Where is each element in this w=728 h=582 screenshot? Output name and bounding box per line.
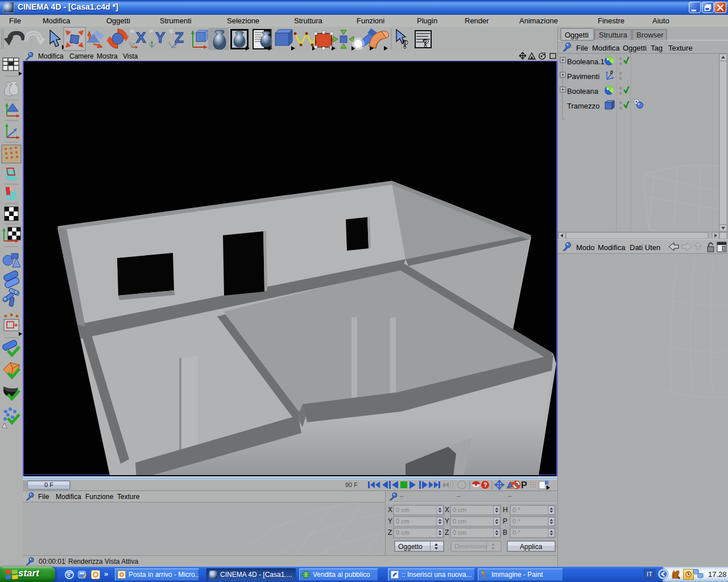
svg-text:--: -- xyxy=(508,493,512,499)
svg-text:Booleana.1: Booleana.1 xyxy=(567,57,605,66)
svg-text:H: H xyxy=(130,28,134,34)
svg-text:?: ? xyxy=(402,37,408,51)
svg-text:Y: Y xyxy=(155,29,165,46)
svg-text:Struttura: Struttura xyxy=(599,31,628,39)
svg-text:0 °: 0 ° xyxy=(512,506,520,513)
svg-text:?: ? xyxy=(483,481,487,488)
svg-text:Y: Y xyxy=(445,517,449,525)
svg-text:Applica: Applica xyxy=(520,543,543,551)
svg-text:Texture: Texture xyxy=(668,44,693,52)
svg-text:90 F: 90 F xyxy=(345,481,358,488)
svg-text:Oggetti: Oggetti xyxy=(565,31,589,39)
svg-text:0 F: 0 F xyxy=(44,481,53,488)
svg-text:Dati Uten: Dati Uten xyxy=(630,243,660,252)
svg-text:--: -- xyxy=(400,493,404,499)
svg-text:?: ? xyxy=(423,36,429,50)
svg-text:Z: Z xyxy=(388,529,392,537)
svg-text:H: H xyxy=(503,506,508,514)
svg-text:P: P xyxy=(521,480,527,490)
svg-text:Oggetti: Oggetti xyxy=(623,44,647,52)
svg-text:0 cm: 0 cm xyxy=(396,518,410,525)
svg-text:Dimensione: Dimensione xyxy=(454,543,487,550)
svg-text:File: File xyxy=(576,44,588,52)
svg-text:Booleana: Booleana xyxy=(567,87,599,95)
svg-text:0 cm: 0 cm xyxy=(453,529,466,536)
svg-text:Modo: Modo xyxy=(576,243,595,252)
svg-text:e: e xyxy=(67,571,71,578)
svg-text:X: X xyxy=(388,506,392,514)
svg-text:0 cm: 0 cm xyxy=(453,518,466,525)
svg-text:X: X xyxy=(445,506,449,514)
svg-text:0: 0 xyxy=(610,69,613,75)
svg-text:Browser: Browser xyxy=(636,31,664,39)
svg-text:B: B xyxy=(503,529,507,537)
svg-text:Oggetto: Oggetto xyxy=(398,543,423,551)
svg-text:Tramezzo: Tramezzo xyxy=(567,102,599,110)
svg-text:--: -- xyxy=(457,493,461,499)
svg-text:X: X xyxy=(136,29,146,46)
svg-text:0 cm: 0 cm xyxy=(396,506,410,513)
svg-text:Pavimenti: Pavimenti xyxy=(567,72,599,81)
svg-text:P: P xyxy=(150,28,153,34)
svg-text:Tag: Tag xyxy=(651,44,663,52)
svg-text:P: P xyxy=(503,517,507,525)
svg-text:Modifica: Modifica xyxy=(598,243,626,252)
svg-text:Y: Y xyxy=(388,517,392,525)
svg-text:0 cm: 0 cm xyxy=(396,529,410,536)
svg-text:Modifica: Modifica xyxy=(592,44,620,52)
svg-text:0 cm: 0 cm xyxy=(453,506,466,513)
svg-text:0 °: 0 ° xyxy=(512,529,520,536)
svg-text:B: B xyxy=(169,28,173,34)
svg-text:0 °: 0 ° xyxy=(512,518,520,525)
svg-text:Z: Z xyxy=(445,529,449,537)
